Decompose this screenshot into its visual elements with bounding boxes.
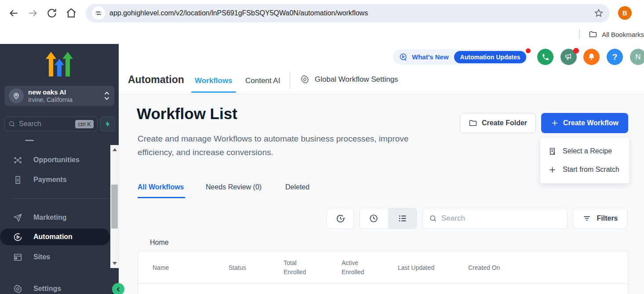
notifications-button[interactable]: [583, 49, 600, 65]
tab-all-workflows-underline: [138, 197, 185, 198]
column-name[interactable]: Name: [153, 251, 169, 284]
whats-new-icon: [399, 53, 408, 62]
reload-icon[interactable]: [46, 7, 58, 19]
url-text[interactable]: app.gohighlevel.com/v2/location/lnPS691g…: [109, 9, 594, 17]
scroll-up-icon[interactable]: [113, 148, 117, 151]
column-created-on[interactable]: Created On: [468, 251, 500, 284]
sidebar-item-marketing[interactable]: Marketing: [0, 209, 110, 226]
plus-icon: [551, 119, 559, 127]
search-icon: [8, 120, 15, 127]
automation-updates-badge[interactable]: Automation Updates: [454, 51, 527, 63]
sidebar-item-opportunities[interactable]: Opportunities: [0, 152, 110, 168]
chevron-updown-icon: [104, 91, 110, 101]
account-name: new oaks AI: [28, 88, 73, 96]
account-switcher[interactable]: new oaks AI Irvine, California: [4, 86, 114, 106]
history-clock-icon: [335, 214, 346, 224]
workflow-list-title: Workflow List: [137, 105, 237, 123]
sidebar-search-input[interactable]: [19, 120, 67, 128]
scrollbar-thumb[interactable]: [111, 185, 118, 229]
column-active-enrolled[interactable]: Active Enrolled: [342, 251, 368, 284]
announcements-notification-dot: [573, 48, 579, 54]
url-bar[interactable]: app.gohighlevel.com/v2/location/lnPS691g…: [86, 4, 610, 22]
main-content: Automation Workflows Content AI Global W…: [119, 44, 644, 294]
tab-content-ai[interactable]: Content AI: [245, 76, 280, 85]
column-last-updated[interactable]: Last Updated: [398, 251, 434, 284]
recipe-icon: [548, 147, 557, 156]
partial-scrolled-item: [25, 140, 34, 141]
whats-new-notification-dot: [526, 48, 531, 53]
tab-deleted[interactable]: Deleted: [285, 183, 309, 191]
workflow-search[interactable]: [422, 208, 568, 229]
folder-icon: [589, 30, 597, 39]
home-icon[interactable]: [65, 7, 77, 19]
automation-icon: [13, 232, 22, 242]
workflow-table: Name Status Total Enrolled Active Enroll…: [138, 250, 628, 294]
browser-profile-avatar[interactable]: B: [618, 6, 632, 20]
list-view-toggle[interactable]: [389, 208, 417, 229]
column-total-enrolled[interactable]: Total Enrolled: [284, 251, 310, 284]
folder-icon: [469, 119, 477, 127]
question-mark-icon: ?: [612, 52, 618, 62]
filters-button[interactable]: Filters: [573, 208, 628, 229]
chevron-left-icon: [116, 287, 121, 292]
all-bookmarks-label[interactable]: All Bookmarks: [602, 31, 644, 38]
column-status[interactable]: Status: [229, 251, 246, 284]
execution-logs-button[interactable]: [327, 208, 354, 229]
time-view-toggle[interactable]: [360, 208, 388, 229]
phone-icon: [542, 53, 549, 61]
bell-icon: [587, 53, 596, 61]
create-workflow-button[interactable]: Create Workflow: [541, 113, 628, 133]
filter-icon: [582, 214, 591, 223]
table-header-row: Name Status Total Enrolled Active Enroll…: [138, 251, 628, 284]
svg-text:$: $: [17, 177, 19, 182]
sidebar-collapse-button[interactable]: [112, 283, 124, 294]
whats-new-label: What's New: [412, 53, 449, 61]
opportunities-icon: [13, 156, 22, 165]
sidebar-divider: [11, 198, 110, 199]
plus-icon: [548, 166, 557, 174]
global-workflow-settings-link[interactable]: Global Workflow Settings: [300, 75, 398, 84]
tab-workflows[interactable]: Workflows: [195, 76, 233, 85]
sidebar-scrollbar[interactable]: [110, 145, 119, 268]
payments-icon: $: [13, 175, 22, 185]
workflow-search-input[interactable]: [441, 214, 547, 223]
user-initial: N: [635, 53, 640, 62]
sidebar-item-payments[interactable]: $ Payments: [0, 171, 110, 188]
sites-icon: [13, 253, 22, 262]
quick-actions-button[interactable]: [100, 116, 115, 131]
bookmarks-separator: [579, 29, 580, 39]
list-icon: [398, 214, 408, 223]
gear-icon: [300, 75, 309, 84]
breadcrumb[interactable]: Home: [150, 239, 169, 247]
sidebar-item-sites[interactable]: Sites: [0, 249, 110, 265]
user-avatar[interactable]: N: [630, 49, 644, 65]
whats-new-pill[interactable]: What's New Automation Updates: [393, 49, 528, 65]
phone-button[interactable]: [537, 49, 553, 65]
view-toggle: [359, 208, 417, 229]
lightning-bolt-icon: [104, 120, 111, 127]
tab-workflows-underline: [191, 91, 236, 93]
tab-all-workflows[interactable]: All Workflows: [138, 183, 184, 191]
page-title: Automation: [128, 74, 184, 86]
menu-item-start-from-scratch[interactable]: Start from Scratch: [540, 160, 629, 179]
menu-item-select-recipe[interactable]: Select a Recipe: [540, 142, 629, 160]
settings-gear-icon: [13, 284, 22, 294]
forward-icon[interactable]: [27, 7, 39, 19]
site-settings-icon[interactable]: [92, 7, 105, 20]
back-icon[interactable]: [8, 7, 19, 19]
account-location: Irvine, California: [28, 96, 73, 104]
megaphone-icon: [564, 53, 573, 61]
search-icon: [429, 214, 437, 222]
sidebar: new oaks AI Irvine, California ctrl K Op…: [0, 44, 119, 294]
workflow-list-description: Create and manage Workflows to automate …: [138, 132, 445, 159]
marketing-icon: [13, 213, 22, 222]
sidebar-item-settings[interactable]: Settings: [0, 280, 110, 294]
scroll-down-icon[interactable]: [113, 262, 117, 265]
bookmarks-bar: All Bookmarks: [579, 28, 644, 41]
tab-needs-review[interactable]: Needs Review (0): [206, 183, 262, 191]
create-folder-button[interactable]: Create Folder: [460, 113, 536, 133]
sidebar-item-automation[interactable]: Automation: [0, 229, 110, 245]
sidebar-search[interactable]: ctrl K: [4, 116, 98, 131]
help-button[interactable]: ?: [607, 49, 623, 65]
bookmark-star-icon[interactable]: [594, 8, 604, 18]
